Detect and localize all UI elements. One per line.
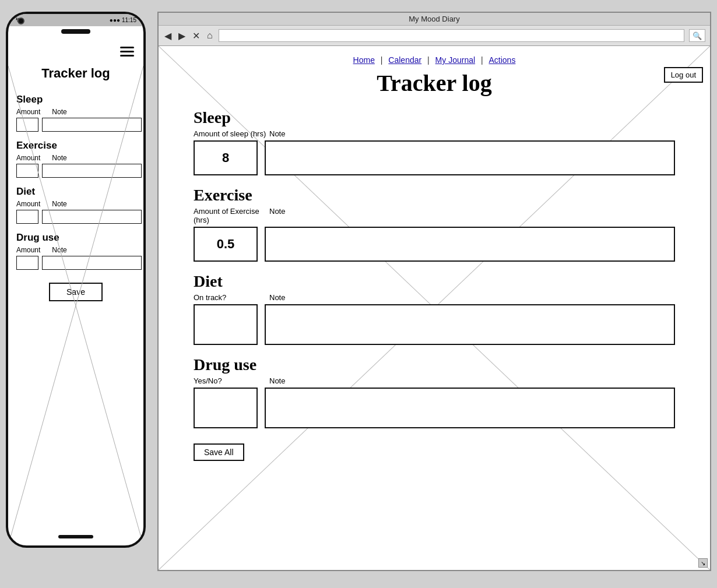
mobile-druguse-note-input[interactable]: [42, 256, 142, 270]
logout-button[interactable]: Log out: [664, 67, 703, 83]
diet-note-input[interactable]: [265, 304, 675, 345]
mobile-diet-inputs: [16, 210, 135, 224]
page-title: Tracker log: [194, 69, 675, 97]
hamburger-line-3: [120, 55, 134, 57]
mobile-druguse-title: Drug use: [16, 232, 135, 244]
mobile-home-indicator: [58, 535, 93, 538]
back-button[interactable]: ◀: [163, 30, 173, 41]
search-icon: 🔍: [693, 31, 702, 40]
diet-field-labels: On track? Note: [194, 293, 675, 302]
mobile-exercise-amount-input[interactable]: [16, 164, 38, 178]
mobile-diet-labels: Amount Note: [16, 200, 135, 208]
exercise-field-labels: Amount of Exercise (hrs) Note: [194, 207, 675, 224]
sleep-section: Sleep Amount of sleep (hrs) Note 8: [194, 108, 675, 175]
druguse-yesno-label: Yes/No?: [194, 376, 269, 385]
nav-home[interactable]: Home: [353, 55, 375, 65]
nav-sep-3: |: [481, 55, 483, 65]
sleep-amount-input[interactable]: 8: [194, 140, 258, 175]
sleep-title: Sleep: [194, 108, 675, 127]
mobile-camera: [17, 17, 24, 24]
browser-content: Home | Calendar | My Journal | Actions T…: [159, 46, 710, 470]
sleep-field-row: 8: [194, 140, 675, 175]
mobile-save-button[interactable]: Save: [49, 283, 103, 301]
mobile-status-bar: ↯ ●●● 11:15: [8, 14, 143, 26]
druguse-note-label: Note: [269, 376, 285, 385]
mobile-sleep-inputs: [16, 118, 135, 132]
mobile-sleep-note-input[interactable]: [42, 118, 142, 132]
sleep-note-label: Note: [269, 129, 285, 138]
mobile-exercise-title: Exercise: [16, 140, 135, 152]
browser-frame: My Mood Diary ◀ ▶ ✕ ⌂ 🔍 Log out Home | C…: [157, 12, 711, 571]
druguse-section: Drug use Yes/No? Note: [194, 355, 675, 428]
mobile-content: Tracker log Sleep Amount Note Exercise A…: [8, 26, 143, 309]
save-all-button[interactable]: Save All: [194, 443, 244, 461]
diet-section: Diet On track? Note: [194, 272, 675, 345]
exercise-note-label: Note: [269, 207, 285, 224]
nav-calendar[interactable]: Calendar: [388, 55, 421, 65]
sleep-note-input[interactable]: [265, 140, 675, 175]
diet-note-label: Note: [269, 293, 285, 302]
nav-actions[interactable]: Actions: [489, 55, 516, 65]
mobile-exercise-note-label: Note: [52, 154, 66, 162]
mobile-mockup: ↯ ●●● 11:15 Tracker log Sleep Amount Not…: [6, 12, 146, 548]
search-button[interactable]: 🔍: [689, 29, 705, 42]
diet-field-row: [194, 304, 675, 345]
mobile-druguse-amount-label: Amount: [16, 246, 40, 254]
mobile-exercise-note-input[interactable]: [42, 164, 142, 178]
mobile-speaker: [61, 29, 90, 34]
browser-title: My Mood Diary: [409, 15, 459, 23]
mobile-sleep-amount-input[interactable]: [16, 118, 38, 132]
exercise-title: Exercise: [194, 186, 675, 205]
exercise-note-input[interactable]: [265, 227, 675, 262]
mobile-druguse-inputs: [16, 256, 135, 270]
exercise-amount-label: Amount of Exercise (hrs): [194, 207, 269, 224]
status-time: 11:15: [122, 17, 136, 23]
diet-title: Diet: [194, 272, 675, 291]
mobile-druguse-labels: Amount Note: [16, 246, 135, 254]
browser-nav: Home | Calendar | My Journal | Actions: [194, 55, 675, 65]
sleep-amount-value: 8: [222, 150, 229, 166]
browser-title-bar: My Mood Diary: [159, 13, 710, 26]
url-bar[interactable]: [219, 29, 684, 42]
mobile-sleep-labels: Amount Note: [16, 108, 135, 116]
hamburger-line-1: [120, 47, 134, 48]
forward-button[interactable]: ▶: [177, 30, 187, 41]
signal-icon: ●●●: [110, 17, 120, 23]
nav-sep-1: |: [381, 55, 383, 65]
close-button[interactable]: ✕: [191, 30, 201, 41]
sleep-field-labels: Amount of sleep (hrs) Note: [194, 129, 675, 138]
mobile-sleep-title: Sleep: [16, 94, 135, 105]
mobile-druguse-amount-input[interactable]: [16, 256, 38, 270]
hamburger-line-2: [120, 51, 134, 52]
mobile-diet-note-label: Note: [52, 200, 66, 208]
mobile-page-title: Tracker log: [16, 66, 135, 81]
mobile-druguse-note-label: Note: [52, 246, 66, 254]
exercise-amount-input[interactable]: 0.5: [194, 227, 258, 262]
exercise-amount-value: 0.5: [217, 237, 235, 252]
mobile-diet-note-input[interactable]: [42, 210, 142, 224]
browser-body: Log out Home | Calendar | My Journal | A…: [159, 46, 710, 570]
mobile-exercise-inputs: [16, 164, 135, 178]
mobile-sleep-note-label: Note: [52, 108, 66, 116]
mobile-exercise-amount-label: Amount: [16, 154, 40, 162]
druguse-note-input[interactable]: [265, 388, 675, 428]
mobile-diet-amount-input[interactable]: [16, 210, 38, 224]
sleep-amount-label: Amount of sleep (hrs): [194, 129, 269, 138]
nav-my-journal[interactable]: My Journal: [435, 55, 475, 65]
druguse-field-labels: Yes/No? Note: [194, 376, 675, 385]
druguse-title: Drug use: [194, 355, 675, 374]
exercise-field-row: 0.5: [194, 227, 675, 262]
diet-ontrack-input[interactable]: [194, 304, 258, 345]
druguse-field-row: [194, 388, 675, 428]
exercise-section: Exercise Amount of Exercise (hrs) Note 0…: [194, 186, 675, 262]
home-button[interactable]: ⌂: [206, 30, 214, 41]
diet-ontrack-label: On track?: [194, 293, 269, 302]
scrollbar-corner: ↘: [698, 558, 708, 568]
hamburger-menu[interactable]: [120, 47, 134, 57]
nav-sep-2: |: [427, 55, 430, 65]
mobile-exercise-labels: Amount Note: [16, 154, 135, 162]
druguse-yesno-input[interactable]: [194, 388, 258, 428]
browser-chrome: ◀ ▶ ✕ ⌂ 🔍: [159, 26, 710, 46]
mobile-diet-title: Diet: [16, 186, 135, 198]
mobile-sleep-amount-label: Amount: [16, 108, 40, 116]
